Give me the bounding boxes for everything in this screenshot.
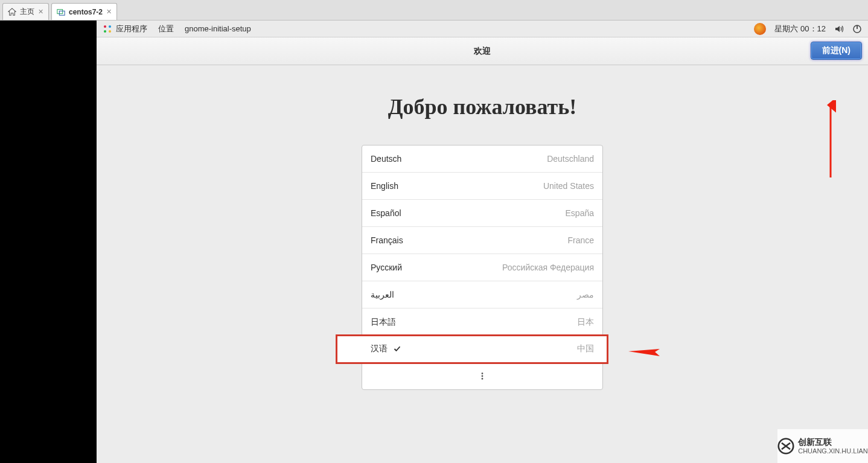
language-list: Deutsch Deutschland English United State… bbox=[362, 145, 603, 390]
svg-rect-0 bbox=[57, 9, 63, 13]
svg-point-3 bbox=[109, 25, 111, 28]
check-icon bbox=[394, 345, 401, 353]
annotation-arrow-up bbox=[825, 100, 836, 179]
annotation-arrow-left bbox=[625, 345, 660, 357]
language-region: 日本 bbox=[577, 317, 594, 328]
svg-point-8 bbox=[482, 372, 483, 374]
close-icon[interactable]: ✕ bbox=[106, 8, 112, 16]
next-button[interactable]: 前进(N) bbox=[811, 42, 862, 60]
watermark-logo-icon bbox=[777, 438, 794, 455]
svg-rect-1 bbox=[59, 11, 65, 15]
gnome-top-bar: 应用程序 位置 gnome-initial-setup 星期六 00：12 bbox=[97, 21, 868, 37]
home-icon bbox=[8, 8, 16, 16]
language-name: Español bbox=[371, 208, 401, 218]
applications-menu[interactable]: 应用程序 bbox=[103, 24, 147, 34]
svg-point-9 bbox=[482, 375, 483, 377]
language-region: España bbox=[566, 208, 594, 218]
svg-point-5 bbox=[109, 30, 111, 33]
language-name: Deutsch bbox=[371, 154, 401, 164]
language-row-japanese[interactable]: 日本語 日本 bbox=[362, 308, 602, 336]
language-name: Русский bbox=[371, 263, 402, 272]
vm-guest-display: 应用程序 位置 gnome-initial-setup 星期六 00：12 欢迎… bbox=[97, 21, 868, 463]
focused-app-name[interactable]: gnome-initial-setup bbox=[185, 24, 251, 33]
wizard-title: 欢迎 bbox=[474, 46, 491, 57]
language-region: Deutschland bbox=[547, 154, 594, 164]
close-icon[interactable]: ✕ bbox=[38, 8, 43, 16]
language-region: مصر bbox=[577, 290, 594, 299]
host-tab-label: centos7-2 bbox=[69, 8, 103, 16]
svg-point-10 bbox=[482, 378, 483, 380]
language-name: 日本語 bbox=[371, 317, 396, 328]
language-row-deutsch[interactable]: Deutsch Deutschland bbox=[362, 145, 602, 173]
svg-point-4 bbox=[104, 30, 106, 33]
watermark-badge: 创新互联 CHUANG.XIN.HU.LIAN bbox=[777, 429, 868, 463]
language-row-espanol[interactable]: Español España bbox=[362, 200, 602, 227]
language-row-francais[interactable]: Français France bbox=[362, 227, 602, 254]
language-region: 中国 bbox=[577, 343, 594, 354]
wizard-header-bar: 欢迎 前进(N) bbox=[97, 37, 868, 65]
language-name: Français bbox=[371, 235, 403, 245]
welcome-heading: Добро пожаловать! bbox=[388, 94, 577, 120]
wizard-body: Добро пожаловать! Deutsch Deutschland En… bbox=[97, 65, 868, 463]
power-icon[interactable] bbox=[852, 24, 862, 34]
kebab-icon bbox=[478, 372, 487, 380]
language-row-arabic[interactable]: العربية مصر bbox=[362, 281, 602, 308]
volume-icon[interactable] bbox=[834, 24, 844, 34]
language-row-russian[interactable]: Русский Российская Федерация bbox=[362, 254, 602, 281]
firefox-launcher-icon[interactable] bbox=[754, 23, 766, 35]
applications-icon bbox=[103, 24, 112, 34]
host-black-gutter bbox=[0, 21, 97, 463]
language-region: France bbox=[567, 235, 594, 245]
svg-point-2 bbox=[104, 25, 106, 28]
watermark-pinyin: CHUANG.XIN.HU.LIAN bbox=[798, 447, 868, 455]
host-tab-vm[interactable]: centos7-2 ✕ bbox=[51, 3, 117, 20]
places-menu[interactable]: 位置 bbox=[158, 24, 174, 34]
language-name: العربية bbox=[371, 290, 394, 299]
more-languages-button[interactable] bbox=[362, 363, 602, 389]
language-row-english[interactable]: English United States bbox=[362, 173, 602, 200]
language-name: 汉语 bbox=[371, 343, 388, 354]
host-tab-label: 主页 bbox=[20, 7, 34, 17]
language-region: Российская Федерация bbox=[502, 263, 594, 272]
language-row-chinese[interactable]: 汉语 中国 bbox=[337, 336, 607, 363]
host-tab-home[interactable]: 主页 ✕ bbox=[2, 3, 49, 20]
clock-label[interactable]: 星期六 00：12 bbox=[774, 24, 826, 34]
language-name: English bbox=[371, 181, 398, 191]
applications-label: 应用程序 bbox=[116, 24, 147, 34]
watermark-brand: 创新互联 bbox=[798, 438, 868, 447]
vm-icon bbox=[57, 8, 65, 16]
language-region: United States bbox=[543, 181, 594, 191]
host-tab-strip: 主页 ✕ centos7-2 ✕ bbox=[0, 0, 868, 21]
